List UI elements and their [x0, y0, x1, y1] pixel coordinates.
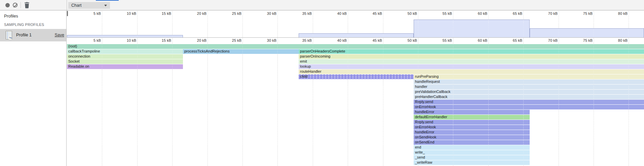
flame-bar[interactable]: onSendHook — [414, 135, 530, 140]
ruler-gridline-dots — [348, 10, 348, 37]
ruler-gridline-dots — [102, 38, 102, 166]
flame-bar[interactable]: handler — [414, 85, 644, 89]
ruler-gridline-dots — [629, 38, 629, 166]
ruler-tick-label: 30 kB — [256, 38, 276, 42]
flame-bar[interactable]: Reply.send — [414, 100, 644, 104]
ruler-gridline-dots — [137, 38, 138, 166]
ruler-gridline-dots — [418, 10, 418, 37]
ruler-tick-label: 50 kB — [397, 38, 417, 42]
overview-drag-handle[interactable] — [67, 11, 68, 16]
ruler-tick-label: 25 kB — [221, 11, 241, 15]
ruler-gridline-dots — [207, 38, 208, 166]
ruler-gridline-dots — [102, 10, 102, 37]
ruler-tick-label: 80 kB — [607, 38, 628, 42]
flame-bar[interactable]: end — [414, 145, 530, 150]
sidebar-item-profile-1[interactable]: Profile 1 Save — [0, 29, 66, 41]
ruler-tick-label: 10 kB — [116, 11, 136, 15]
flame-bar[interactable]: handleRequest — [414, 79, 644, 84]
toolbar-pane-divider — [67, 0, 67, 10]
overview-area-step — [67, 35, 183, 37]
memory-profiler-panel: Chart Profiles SAMPLING PROFILES Profile… — [0, 0, 644, 166]
flame-bar[interactable]: preHandlerCallback — [414, 95, 644, 99]
ruler-tick-label: 30 kB — [256, 11, 276, 15]
ruler-tick-label: 80 kB — [607, 11, 628, 15]
flame-bar[interactable]: write_ — [414, 150, 530, 155]
flame-bar[interactable]: child — [299, 74, 414, 79]
ruler-gridline-dots — [172, 10, 173, 37]
overview-area-step — [530, 28, 644, 37]
flame-bar[interactable]: onSendEnd — [414, 140, 530, 145]
flame-bar[interactable]: onconnection — [67, 54, 183, 59]
delete-profile-icon[interactable] — [24, 2, 30, 8]
flame-bar[interactable]: Readable.on — [67, 64, 183, 69]
active-tab-indicator — [96, 0, 119, 1]
ruler-gridline-dots — [313, 10, 313, 37]
flame-bar[interactable]: routeHandler — [299, 69, 644, 74]
view-mode-select[interactable]: Chart — [68, 2, 110, 9]
flame-bar[interactable]: preValidationCallback — [414, 90, 644, 94]
ruler-gridline-dots — [488, 10, 489, 37]
ruler-gridline-dots — [523, 38, 524, 166]
flame-bar[interactable]: onErrorHook — [414, 105, 644, 109]
view-mode-value: Chart — [71, 3, 82, 8]
ruler-tick-label: 55 kB — [432, 11, 452, 15]
flame-bar[interactable]: (root) — [67, 44, 644, 49]
sampling-profiles-section-label: SAMPLING PROFILES — [4, 23, 44, 27]
ruler-gridline-dots — [594, 38, 594, 166]
flame-bar[interactable]: runPreParsing — [414, 74, 644, 79]
profile-name: Profile 1 — [16, 33, 32, 37]
ruler-tick-label: 70 kB — [537, 11, 558, 15]
ruler-tick-label: 10 kB — [116, 38, 136, 42]
flame-bar[interactable]: callbackTrampoline — [67, 49, 183, 54]
profiles-sidebar: Profiles SAMPLING PROFILES Profile 1 Sav… — [0, 10, 67, 166]
allocation-overview-pane[interactable]: 5 kB10 kB15 kB20 kB25 kB30 kB35 kB40 kB4… — [67, 10, 644, 38]
ruler-tick-label: 20 kB — [186, 38, 206, 42]
ruler-tick-label: 15 kB — [151, 38, 171, 42]
ruler-tick-label: 70 kB — [537, 38, 558, 42]
clear-all-profiles-icon[interactable] — [13, 3, 17, 7]
ruler-gridline-dots — [523, 10, 524, 37]
ruler-gridline-dots — [137, 10, 138, 37]
flame-bar[interactable]: emit — [299, 59, 644, 64]
flame-bar[interactable]: onErrorHook — [414, 125, 530, 130]
flame-bar[interactable]: Reply.send — [414, 120, 530, 125]
ruler-tick-label: 25 kB — [221, 38, 241, 42]
ruler-gridline-dots — [207, 10, 208, 37]
ruler-tick-label: 35 kB — [292, 38, 312, 42]
save-profile-link[interactable]: Save — [55, 33, 65, 37]
ruler-tick-label: 35 kB — [292, 11, 312, 15]
ruler-tick-label: 15 kB — [151, 11, 171, 15]
flame-bar[interactable]: handleError — [414, 130, 530, 135]
ruler-gridline-dots — [313, 38, 313, 166]
flame-bar[interactable]: Socket — [67, 59, 183, 64]
ruler-tick-label: 40 kB — [327, 38, 347, 42]
ruler-gridline-dots — [242, 38, 243, 166]
ruler-gridline-dots — [559, 38, 559, 166]
record-icon[interactable] — [5, 3, 10, 7]
ruler-gridline-dots — [383, 38, 383, 166]
ruler-gridline-dots — [488, 38, 489, 166]
ruler-gridline-dots — [629, 10, 629, 37]
ruler-tick-label: 60 kB — [467, 11, 487, 15]
ruler-gridline-dots — [418, 38, 418, 166]
flame-bar[interactable]: _writeRaw — [414, 160, 530, 165]
ruler-tick-label: 65 kB — [502, 38, 522, 42]
ruler-tick-label: 45 kB — [362, 11, 382, 15]
toolbar-separator — [21, 2, 21, 8]
flame-bar[interactable]: handleError — [414, 110, 530, 114]
flame-bar[interactable]: _send — [414, 155, 530, 160]
flame-bar[interactable]: parserOnHeadersComplete — [299, 49, 644, 54]
trash-icon — [24, 2, 30, 8]
ruler-gridline-dots — [453, 10, 453, 37]
ruler-gridline-dots — [172, 38, 173, 166]
sidebar-title: Profiles — [4, 14, 18, 19]
flame-bar[interactable]: parserOnIncoming — [299, 54, 644, 59]
chart-area: 5 kB10 kB15 kB20 kB25 kB30 kB35 kB40 kB4… — [67, 10, 644, 166]
ruler-tick-label: 60 kB — [467, 38, 487, 42]
overview-area-step — [299, 33, 414, 37]
flame-bar[interactable]: lookup — [299, 64, 644, 69]
flame-bar[interactable]: processTicksAndRejections — [183, 49, 299, 54]
ruler-tick-label: 5 kB — [81, 11, 101, 15]
ruler-gridline-dots — [277, 10, 278, 37]
flame-bar[interactable]: defaultErrorHandler — [414, 115, 530, 120]
